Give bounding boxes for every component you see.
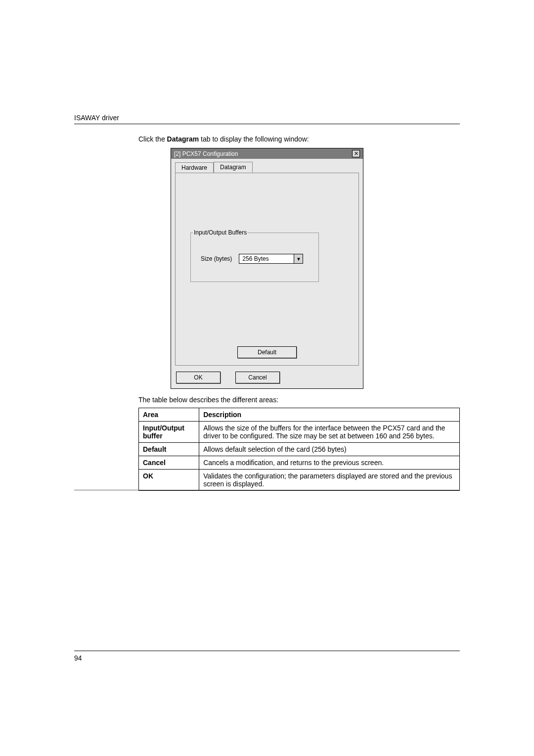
cell-area: Default (139, 443, 199, 456)
footer-rule (74, 651, 460, 651)
tab-datagram[interactable]: Datagram (214, 162, 253, 173)
cell-area: Input/Output buffer (139, 422, 199, 443)
table-row: Input/Output buffer Allows the size of t… (139, 422, 460, 443)
header-rule (74, 124, 460, 124)
dialog-title: [2] PCX57 Configuration (174, 150, 238, 157)
table-row: OK Validates the configuration; the para… (139, 470, 460, 491)
areas-table: Area Description Input/Output buffer All… (138, 408, 460, 491)
driver-name-label: ISAWAY driver (74, 114, 460, 122)
io-buffers-groupbox: Input/Output Buffers Size (bytes) 256 By… (190, 233, 319, 282)
close-icon[interactable]: ✕ (352, 150, 360, 157)
intro-paragraph: Click the Datagram tab to display the fo… (138, 135, 460, 143)
tabs-row: Hardware Datagram (171, 159, 363, 173)
page-footer: 94 (74, 651, 460, 662)
cell-area: OK (139, 470, 199, 491)
tab-panel: Input/Output Buffers Size (bytes) 256 By… (175, 173, 359, 366)
config-dialog: [2] PCX57 Configuration ✕ Hardware Datag… (171, 148, 363, 389)
tab-hardware[interactable]: Hardware (175, 162, 214, 173)
default-button[interactable]: Default (237, 346, 297, 358)
intro-suffix: tab to display the following window: (199, 135, 309, 143)
dialog-button-row: OK Cancel (171, 370, 363, 388)
groupbox-legend: Input/Output Buffers (193, 229, 248, 236)
page-number: 94 (74, 654, 460, 662)
th-desc: Description (199, 408, 460, 422)
page-header: ISAWAY driver Click the Datagram tab to … (74, 114, 460, 491)
size-row: Size (bytes) 256 Bytes ▼ (201, 254, 303, 264)
th-area: Area (139, 408, 199, 422)
intro-bold: Datagram (167, 135, 199, 143)
table-row: Default Allows default selection of the … (139, 443, 460, 456)
cell-desc: Allows the size of the buffers for the i… (199, 422, 460, 443)
ok-button[interactable]: OK (176, 372, 221, 383)
chevron-down-icon[interactable]: ▼ (294, 254, 303, 263)
table-row: Cancel Cancels a modification, and retur… (139, 456, 460, 470)
table-caption: The table below describes the different … (138, 396, 460, 404)
cell-desc: Cancels a modification, and returns to t… (199, 456, 460, 470)
size-combobox[interactable]: 256 Bytes ▼ (239, 254, 303, 264)
size-value: 256 Bytes (239, 254, 294, 263)
cell-desc: Validates the configuration; the paramet… (199, 470, 460, 491)
table-header-row: Area Description (139, 408, 460, 422)
cell-desc: Allows default selection of the card (25… (199, 443, 460, 456)
intro-prefix: Click the (138, 135, 167, 143)
size-label: Size (bytes) (201, 255, 232, 262)
dialog-titlebar: [2] PCX57 Configuration ✕ (171, 148, 363, 159)
cell-area: Cancel (139, 456, 199, 470)
cancel-button[interactable]: Cancel (235, 372, 280, 383)
section-end-rule (74, 490, 460, 490)
